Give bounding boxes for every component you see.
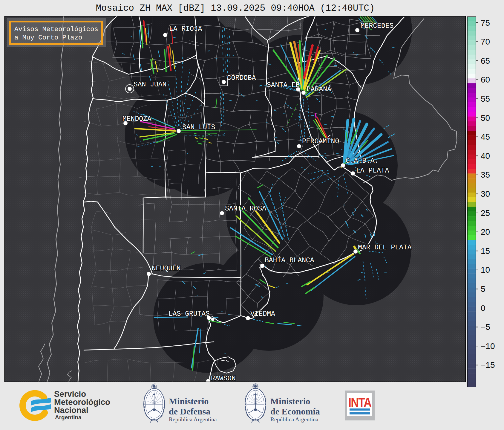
svg-text:Nacional: Nacional — [54, 405, 88, 415]
svg-text:República Argentina: República Argentina — [169, 416, 217, 423]
svg-text:Ministerio: Ministerio — [169, 396, 209, 406]
svg-text:de Economía: de Economía — [270, 406, 320, 416]
svg-text:INTA: INTA — [348, 395, 372, 409]
svg-text:Ministerio: Ministerio — [270, 396, 310, 406]
svg-text:de Defensa: de Defensa — [169, 406, 210, 416]
svg-text:República Argentina: República Argentina — [270, 416, 318, 423]
svg-text:Argentina: Argentina — [55, 414, 82, 420]
